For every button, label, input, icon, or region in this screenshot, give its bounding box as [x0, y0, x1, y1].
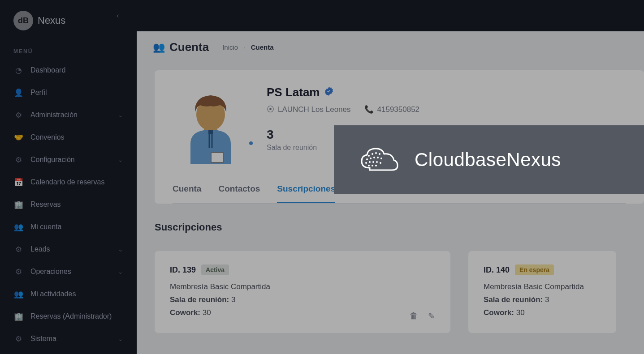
- pie-chart-icon: ◔: [13, 65, 23, 75]
- breadcrumb: Inicio · Cuenta: [222, 43, 273, 51]
- sidebar-item-label: Reservas (Administrador): [30, 312, 112, 320]
- breadcrumb-current: Cuenta: [251, 43, 274, 51]
- tab-suscripciones[interactable]: Suscripciones: [277, 184, 335, 203]
- svg-point-13: [369, 161, 371, 163]
- status-dot-icon: [248, 140, 254, 146]
- page-header: 👥 Cuenta Inicio · Cuenta: [137, 31, 644, 60]
- svg-point-8: [370, 158, 372, 159]
- sidebar-item-label: Mi cuenta: [30, 223, 61, 231]
- subscription-room: Sala de reunión: 3: [484, 294, 601, 307]
- trash-icon: 🗑: [410, 311, 418, 320]
- stat-sala: 3 Sala de reunión: [267, 128, 337, 156]
- sidebar-item-label: Reservas: [30, 200, 61, 209]
- subscription-cowork: Cowork: 30: [484, 307, 601, 320]
- chevron-down-icon: ⌄: [118, 156, 123, 163]
- svg-rect-0: [211, 153, 224, 162]
- profile-phone: 📞 4159350852: [364, 105, 420, 114]
- subscriptions-section: Suscripciones ID. 139 Activa Membresía B…: [155, 222, 644, 333]
- sidebar-item-label: Perfil: [30, 89, 47, 97]
- sidebar-item-label: Dashboard: [30, 66, 65, 74]
- account-icon: 👥: [13, 222, 23, 232]
- sidebar-item-administracion[interactable]: ⚙ Administración ⌄: [0, 104, 137, 126]
- sidebar-item-reservas[interactable]: 🏢 Reservas: [0, 193, 137, 216]
- sidebar-item-label: Sistema: [30, 335, 56, 343]
- svg-point-4: [372, 153, 373, 155]
- sidebar-item-leads[interactable]: ⚙ Leads ⌄: [0, 238, 137, 260]
- sidebar-item-label: Administración: [30, 111, 78, 119]
- location-pin-icon: ⦿: [267, 105, 274, 114]
- svg-point-9: [373, 157, 375, 158]
- account-icon: 👥: [13, 289, 23, 299]
- stat-value: 3: [267, 128, 317, 142]
- building-icon: 🏢: [13, 311, 23, 321]
- gears-icon: ⚙: [13, 334, 23, 344]
- profile-name: PS Latam: [267, 85, 320, 99]
- chevron-left-icon: ‹: [117, 12, 119, 19]
- users-icon: 👥: [153, 42, 165, 53]
- subscription-id: ID. 139: [170, 265, 196, 275]
- breadcrumb-home[interactable]: Inicio: [222, 43, 238, 51]
- verified-badge-icon: [324, 87, 333, 98]
- sidebar-item-label: Leads: [30, 245, 50, 253]
- brand-logo: dB: [13, 11, 33, 30]
- chevron-down-icon: ⌄: [118, 111, 123, 119]
- delete-button[interactable]: 🗑: [410, 311, 418, 321]
- tab-cuenta[interactable]: Cuenta: [173, 184, 201, 203]
- sidebar-item-convenios[interactable]: 🤝 Convenios: [0, 126, 137, 149]
- sidebar-item-sistema[interactable]: ⚙ Sistema ⌄: [0, 328, 137, 350]
- svg-point-16: [380, 162, 381, 164]
- page-title: Cuenta: [169, 40, 209, 54]
- svg-point-17: [368, 165, 370, 166]
- edit-button[interactable]: ✎: [428, 311, 435, 321]
- brand-name: Nexus: [38, 15, 65, 26]
- subscription-name: Membresía Basic Compartida: [170, 281, 435, 294]
- sidebar-item-label: Convenios: [30, 133, 65, 141]
- svg-point-18: [372, 165, 373, 166]
- sidebar-item-calendario[interactable]: 📅 Calendario de reservas: [0, 171, 137, 193]
- svg-point-15: [376, 161, 378, 163]
- gears-icon: ⚙: [13, 110, 23, 120]
- subscription-room: Sala de reunión: 3: [170, 294, 435, 307]
- building-icon: 🏢: [13, 200, 23, 209]
- chevron-down-icon: ⌄: [118, 268, 123, 275]
- subscription-name: Membresía Basic Compartida: [484, 281, 601, 294]
- cloud-logo-icon: [356, 143, 401, 176]
- sidebar-item-dashboard[interactable]: ◔ Dashboard: [0, 59, 137, 81]
- svg-point-6: [379, 153, 380, 155]
- sidebar-item-actividades[interactable]: 👥 Mi actividades: [0, 283, 137, 305]
- handshake-icon: 🤝: [13, 132, 23, 142]
- stat-label: Sala de reunión: [267, 144, 317, 152]
- user-icon: 👤: [13, 88, 23, 98]
- gears-icon: ⚙: [13, 244, 23, 254]
- sidebar-item-mi-cuenta[interactable]: 👥 Mi cuenta: [0, 216, 137, 238]
- sidebar-item-configuracion[interactable]: ⚙ Configuración ⌄: [0, 149, 137, 171]
- subscription-card: ID. 139 Activa Membresía Basic Compartid…: [155, 251, 450, 333]
- avatar-illustration: [173, 85, 249, 166]
- breadcrumb-separator: ·: [243, 43, 245, 51]
- svg-point-5: [375, 152, 377, 154]
- calendar-icon: 📅: [13, 177, 23, 187]
- svg-point-10: [377, 157, 379, 158]
- gears-icon: ⚙: [13, 267, 23, 277]
- chevron-down-icon: ⌄: [118, 246, 123, 253]
- svg-rect-2: [208, 130, 213, 134]
- svg-point-14: [372, 161, 374, 163]
- subscriptions-title: Suscripciones: [155, 222, 644, 233]
- chevron-down-icon: ⌄: [118, 335, 123, 342]
- edit-icon: ✎: [428, 311, 435, 321]
- sidebar-item-label: Configuración: [30, 156, 75, 164]
- menu-section-label: MENÚ: [0, 39, 137, 59]
- sidebar-item-label: Mi actividades: [30, 290, 76, 298]
- status-badge: Activa: [201, 264, 229, 275]
- tab-contactos[interactable]: Contactos: [218, 184, 260, 203]
- sidebar-item-reservas-admin[interactable]: 🏢 Reservas (Administrador): [0, 305, 137, 328]
- overlay-brand-text: CloudbaseNexus: [415, 149, 561, 171]
- subscription-cowork: Cowork: 30: [170, 307, 435, 320]
- subscription-card: ID. 140 En espera Membresía Basic Compar…: [468, 251, 616, 333]
- sidebar-collapse-button[interactable]: ‹: [117, 12, 119, 20]
- svg-point-19: [375, 165, 377, 166]
- sidebar-item-label: Operaciones: [30, 268, 71, 276]
- svg-point-11: [380, 158, 382, 159]
- sidebar-item-operaciones[interactable]: ⚙ Operaciones ⌄: [0, 260, 137, 283]
- sidebar-item-perfil[interactable]: 👤 Perfil: [0, 81, 137, 104]
